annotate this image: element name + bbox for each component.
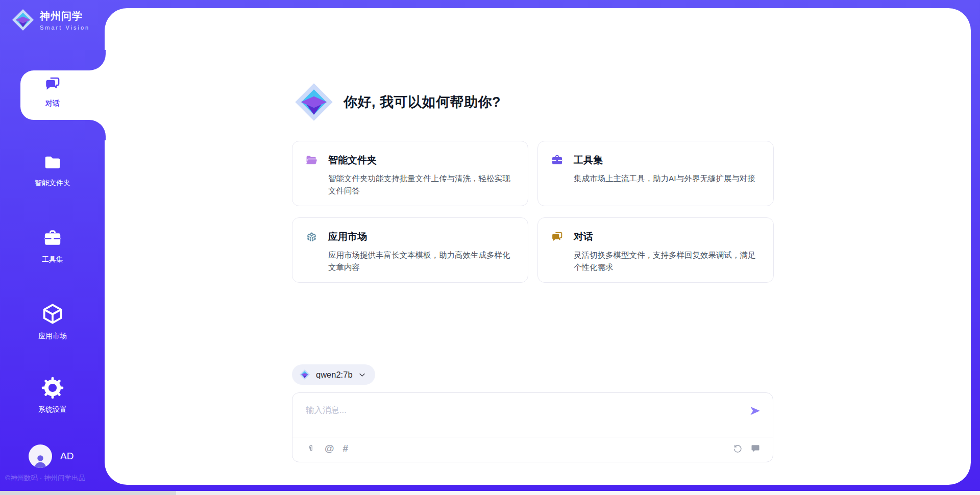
sidebar-footer-text: ©神州数码 · 神州问学出品 — [5, 474, 85, 483]
greeting: 你好, 我可以如何帮助你? — [293, 82, 501, 122]
chat-bubbles-icon — [551, 231, 564, 243]
card-description: 智能文件夹功能支持批量文件上传与清洗，轻松实现文件问答 — [305, 172, 517, 197]
folder-icon — [41, 153, 64, 172]
brand-diamond-icon — [299, 369, 310, 380]
briefcase-icon — [551, 154, 564, 167]
scrollbar-track-segment — [176, 491, 380, 495]
hash-icon[interactable]: # — [343, 443, 349, 454]
send-button[interactable] — [748, 404, 762, 417]
app-brand: 神州问学 Smart Vision — [11, 8, 90, 32]
folder-open-icon — [305, 154, 318, 167]
scrollbar-thumb[interactable] — [0, 491, 176, 495]
cube-icon — [41, 302, 64, 326]
sidebar-item-label: 智能文件夹 — [35, 179, 70, 188]
avatar — [29, 444, 52, 468]
composer-divider — [292, 437, 773, 437]
card-title: 应用市场 — [328, 230, 367, 243]
model-selector[interactable]: qwen2:7b — [292, 364, 375, 385]
card-chat[interactable]: 对话 灵活切换多模型文件，支持多样回复效果调试，满足个性化需求 — [537, 217, 774, 283]
card-description: 应用市场提供丰富长文本模板，助力高效生成多样化文章内容 — [305, 249, 517, 274]
send-icon — [748, 404, 762, 417]
paperclip-icon[interactable] — [306, 443, 316, 454]
feature-cards: 智能文件夹 智能文件夹功能支持批量文件上传与清洗，轻松实现文件问答 工具集 集成… — [292, 141, 774, 283]
history-icon[interactable] — [732, 443, 743, 454]
card-smart-folder[interactable]: 智能文件夹 智能文件夹功能支持批量文件上传与清洗，轻松实现文件问答 — [292, 141, 528, 206]
brand-diamond-icon — [293, 82, 334, 122]
card-toolset[interactable]: 工具集 集成市场上主流工具，助力AI与外界无缝扩展与对接 — [537, 141, 774, 206]
bottom-scrollbar[interactable] — [0, 491, 980, 495]
sidebar-item-label: 对话 — [45, 99, 60, 108]
sidebar-item-label: 工具集 — [42, 255, 63, 264]
person-icon — [32, 453, 49, 468]
model-name: qwen2:7b — [316, 370, 353, 380]
chevron-down-icon — [358, 371, 366, 379]
card-app-market[interactable]: 应用市场 应用市场提供丰富长文本模板，助力高效生成多样化文章内容 — [292, 217, 528, 283]
card-title: 对话 — [574, 230, 593, 243]
chat-square-icon[interactable] — [750, 443, 761, 454]
sidebar-item-app-market[interactable]: 应用市场 — [0, 302, 105, 341]
brand-diamond-icon — [11, 8, 35, 32]
brand-name: 神州问学 — [40, 9, 90, 23]
chat-bubbles-icon — [44, 76, 61, 93]
greeting-text: 你好, 我可以如何帮助你? — [344, 93, 501, 111]
card-title: 工具集 — [574, 154, 603, 167]
at-sign-icon[interactable]: @ — [325, 443, 334, 454]
sidebar-item-toolset[interactable]: 工具集 — [0, 229, 105, 264]
card-description: 集成市场上主流工具，助力AI与外界无缝扩展与对接 — [551, 172, 762, 185]
message-composer: @ # — [292, 392, 773, 462]
tab-corner-bottom — [85, 120, 106, 140]
gear-icon — [41, 377, 64, 399]
sidebar-item-label: 系统设置 — [38, 405, 67, 414]
sidebar-item-chat[interactable]: 对话 — [0, 76, 105, 108]
sidebar-item-label: 应用市场 — [38, 332, 67, 341]
message-input[interactable] — [306, 401, 734, 418]
cube-grid-icon — [305, 231, 318, 243]
sidebar-item-settings[interactable]: 系统设置 — [0, 377, 105, 414]
user-initials: AD — [60, 451, 74, 462]
sidebar-item-smart-folder[interactable]: 智能文件夹 — [0, 153, 105, 188]
card-title: 智能文件夹 — [328, 154, 377, 167]
user-profile[interactable]: AD — [29, 444, 74, 468]
card-description: 灵活切换多模型文件，支持多样回复效果调试，满足个性化需求 — [551, 249, 762, 274]
brand-subtitle: Smart Vision — [40, 24, 90, 31]
briefcase-icon — [42, 229, 63, 249]
tab-corner-top — [85, 50, 106, 70]
